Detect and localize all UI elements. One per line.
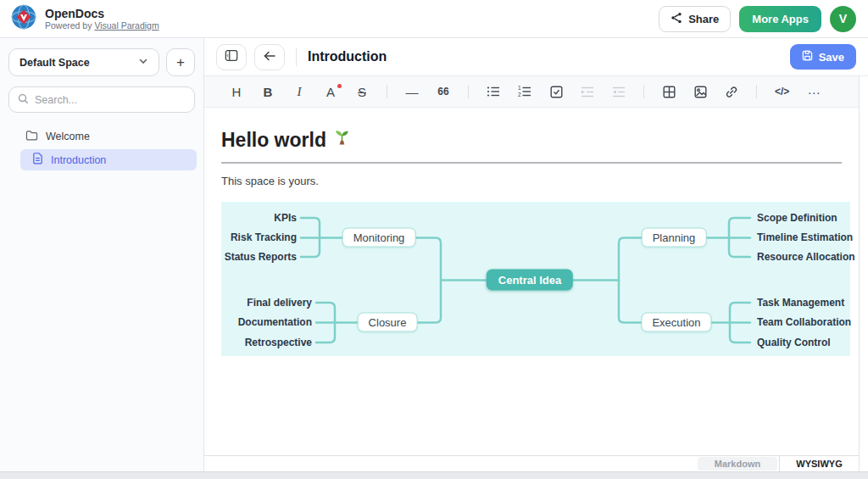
svg-text:2: 2 [518,92,521,97]
mindmap-leaf: Status Reports [225,251,297,263]
more-options-button[interactable]: ··· [807,86,821,98]
share-label: Share [688,13,719,25]
space-row: Default Space + [0,48,203,76]
mindmap-node-closure: Closure [358,313,418,332]
outdent-button[interactable] [612,86,626,97]
visual-paradigm-logo-icon [10,3,37,34]
save-icon [802,50,813,64]
page-tree: Welcome Introduction [0,126,203,170]
folder-icon [25,130,38,143]
toolbar-separator [387,85,387,98]
heading-button[interactable]: H [230,86,243,98]
mindmap-diagram: Central Idea Monitoring Closure Planning… [221,202,850,356]
page-title: Introduction [308,49,387,64]
mindmap-leaf: Team Collaboration [757,316,851,328]
toggle-sidebar-button[interactable] [216,44,247,70]
toolbar-separator [756,85,757,98]
mindmap-leaf: Resource Allocation [757,251,855,263]
app-name: OpenDocs [45,7,159,20]
arrow-left-icon [263,50,276,64]
code-button[interactable]: </> [775,86,789,97]
formatting-toolbar: H B I A S — 66 12 [204,76,859,108]
page-bottom-strip [0,471,868,479]
chevron-down-icon [138,56,148,69]
mindmap-leaf: Retrospective [245,337,312,348]
editor-wrap: H B I A S — 66 12 [204,76,860,471]
back-button[interactable] [254,44,285,70]
top-header: OpenDocs Powered by Visual Paradigm Shar… [0,0,868,38]
mindmap-node-planning: Planning [642,228,707,248]
bullet-list-button[interactable] [487,86,500,97]
mindmap-leaf: Final delivery [247,297,312,309]
divider [296,47,297,66]
heading-text: Hello world [221,129,326,152]
space-selector-label: Default Space [19,57,90,69]
header-actions: Share More Apps V [659,6,856,32]
search-box[interactable] [8,86,195,113]
mindmap-central-node: Central Idea [487,270,573,291]
search-icon [18,92,29,108]
mindmap-leaf: Task Management [757,297,844,309]
blockquote-button[interactable]: 66 [437,86,450,97]
visual-paradigm-link[interactable]: Visual Paradigm [94,20,159,31]
add-space-button[interactable]: + [166,48,195,76]
powered-by: Powered by Visual Paradigm [45,20,159,31]
share-icon [670,12,682,26]
save-label: Save [819,51,844,64]
mindmap-leaf: Risk Tracking [231,231,297,243]
svg-text:1: 1 [518,86,521,91]
tab-markdown[interactable]: Markdown [698,457,777,471]
mindmap-leaf: Quality Control [757,337,831,348]
main-panel: Introduction Save H B I A S [204,38,868,471]
indent-button[interactable] [581,86,594,97]
document-icon [32,153,43,167]
bold-button[interactable]: B [261,86,275,98]
numbered-list-button[interactable]: 12 [518,86,531,97]
text-color-button[interactable]: A [324,86,337,98]
seedling-emoji [333,128,351,152]
document-heading: Hello world [221,128,842,152]
toolbar-separator [468,85,469,98]
mindmap-leaf: Documentation [238,316,312,328]
tree-item-label: Welcome [46,131,90,142]
color-dot [337,84,342,88]
mindmap-leaf: KPIs [274,212,297,224]
toolbar-separator [643,85,644,98]
brand-text: OpenDocs Powered by Visual Paradigm [45,7,159,31]
mindmap-leaf: Scope Definition [757,212,837,224]
mindmap-leaf: Timeline Estimation [757,231,853,243]
editor-mode-bar: Markdown WYSIWYG [204,455,859,471]
tree-item-introduction[interactable]: Introduction [20,149,197,170]
share-button[interactable]: Share [659,6,731,32]
user-avatar[interactable]: V [830,6,856,32]
link-button[interactable] [725,86,738,98]
mindmap-node-monitoring: Monitoring [342,228,416,248]
document-editor[interactable]: Hello world This space is yours. [204,108,859,455]
sidebar: Default Space + Welcome [0,38,204,471]
app-window: OpenDocs Powered by Visual Paradigm Shar… [0,0,868,479]
brand: OpenDocs Powered by Visual Paradigm [10,3,159,34]
doc-header: Introduction Save [204,38,868,76]
image-button[interactable] [693,86,707,98]
body-row: Default Space + Welcome [0,38,868,471]
search-input[interactable] [35,94,186,106]
task-list-button[interactable] [549,86,563,98]
save-button[interactable]: Save [790,44,856,70]
strikethrough-button[interactable]: S [355,86,369,98]
table-button[interactable] [662,86,676,98]
heading-rule [221,162,842,164]
tree-item-welcome[interactable]: Welcome [0,126,203,147]
tab-wysiwyg[interactable]: WYSIWYG [779,456,859,471]
horizontal-rule-button[interactable]: — [405,86,419,98]
sidebar-toggle-icon [225,49,238,64]
mindmap-node-execution: Execution [641,313,711,332]
document-paragraph: This space is yours. [221,175,842,187]
italic-button[interactable]: I [292,86,306,98]
more-apps-button[interactable]: More Apps [739,6,821,32]
space-selector[interactable]: Default Space [8,48,159,76]
tree-item-label: Introduction [51,154,106,166]
